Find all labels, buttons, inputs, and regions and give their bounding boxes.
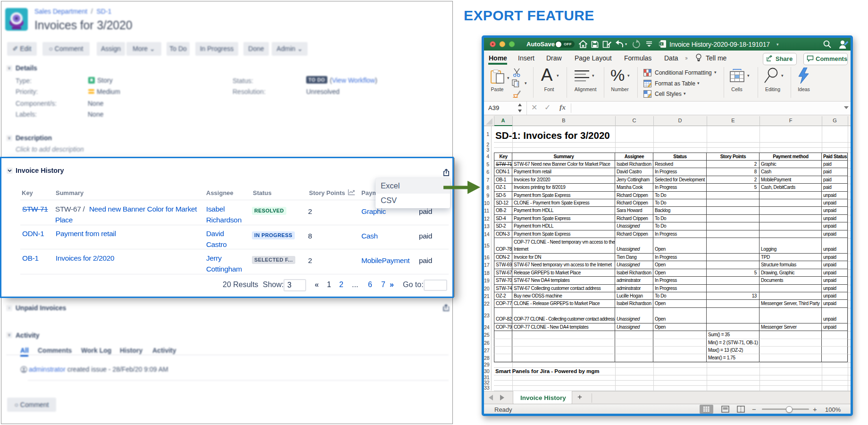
svg-text:X: X [660,42,663,46]
